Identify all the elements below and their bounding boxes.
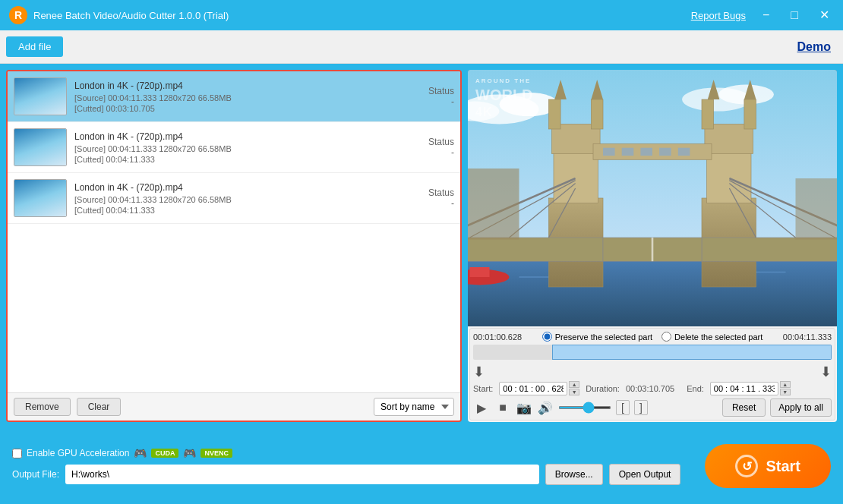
delete-radio[interactable] [661,332,671,342]
app-title: Renee Batch Video/Audio Cutter 1.0.0 (Tr… [33,10,229,21]
play-button[interactable]: ▶ [473,399,490,416]
svg-rect-45 [796,178,838,240]
minimize-button[interactable]: − [758,8,774,23]
start-icon: ↺ [735,455,758,477]
end-spin-up[interactable]: ▲ [780,381,791,388]
svg-rect-44 [468,169,519,240]
gpu-row: Enable GPU Acceleration 🎮 CUDA 🎮 NVENC [12,447,680,459]
preserve-label: Preserve the selected part [555,332,652,342]
titlebar-right: Report Bugs − □ ✕ [691,8,834,23]
svg-rect-14 [591,99,603,129]
output-path-input[interactable] [65,465,539,484]
duration-value: 00:03:10.705 [626,384,674,393]
video-background: AROUND THE WORLD 4K [468,70,837,326]
svg-rect-11 [554,149,598,203]
start-button[interactable]: ↺ Start [705,444,831,488]
marker-left[interactable]: ⬇ [473,364,485,380]
start-spin-buttons: ▲ ▼ [569,381,579,395]
add-file-button[interactable]: Add file [6,36,63,57]
apply-all-button[interactable]: Apply to all [770,398,832,417]
start-spin-up[interactable]: ▲ [569,381,579,388]
volume-button[interactable]: 🔊 [537,399,554,416]
file-info-0: London in 4K - (720p).mp4 [Source] 00:04… [74,80,401,113]
file-thumb-2 [14,179,67,217]
svg-rect-21 [744,99,756,129]
svg-rect-30 [468,238,603,261]
file-info-1: London in 4K - (720p).mp4 [Source] 00:04… [74,131,401,164]
reset-button[interactable]: Reset [722,398,766,417]
volume-slider[interactable] [558,406,611,409]
file-name-1: London in 4K - (720p).mp4 [74,131,401,142]
output-label: Output File: [12,469,59,480]
file-list-item-2[interactable]: London in 4K - (720p).mp4 [Source] 00:04… [8,173,460,224]
file-source-0: [Source] 00:04:11.333 1280x720 66.58MB [74,93,401,102]
file-list: London in 4K - (720p).mp4 [Source] 00:04… [8,71,460,392]
svg-rect-6 [468,257,837,326]
file-cutted-0: [Cutted] 00:03:10.705 [74,104,401,113]
file-status-label-1: Status [409,137,454,147]
sort-select[interactable]: Sort by name Sort by date Sort by size [374,398,454,416]
app-logo: R [9,6,27,24]
cuda-badge: CUDA [151,449,178,458]
end-spin-buttons: ▲ ▼ [780,381,791,395]
delete-radio-item[interactable]: Delete the selected part [661,332,762,342]
playback-row: ▶ ■ 📷 🔊 [ ] Reset Apply to all [473,398,832,417]
clear-button[interactable]: Clear [77,398,122,416]
end-time-input[interactable] [710,382,778,395]
preview-panel: AROUND THE WORLD 4K 00:01:00.628 Preserv… [468,70,837,422]
stop-button[interactable]: ■ [494,399,511,416]
file-name-0: London in 4K - (720p).mp4 [74,80,401,91]
close-button[interactable]: ✕ [815,8,834,23]
demo-label: Demo [797,40,831,54]
preserve-radio[interactable] [542,332,552,342]
mark-out-button[interactable]: ] [634,400,648,415]
file-status-2: Status - [409,187,454,209]
radio-group: Preserve the selected part Delete the se… [542,332,763,342]
time-row: 00:01:00.628 Preserve the selected part … [473,332,832,342]
svg-rect-26 [622,148,634,156]
mark-in-button[interactable]: [ [616,400,630,415]
remove-button[interactable]: Remove [14,398,71,416]
time-start-label: 00:01:00.628 [473,332,522,342]
maximize-button[interactable]: □ [786,8,803,23]
file-cutted-1: [Cutted] 00:04:11.333 [74,155,401,164]
file-status-value-1: - [409,147,454,158]
titlebar: R Renee Batch Video/Audio Cutter 1.0.0 (… [0,0,843,30]
start-input-label: Start: [473,384,493,393]
gpu-checkbox[interactable] [12,449,22,458]
screenshot-button[interactable]: 📷 [516,399,532,416]
duration-input-label: Duration: [586,384,620,393]
video-watermark: AROUND THE WORLD 4K [475,77,533,121]
toolbar: Add file Demo [0,30,843,64]
file-status-label-2: Status [409,187,454,198]
bottom-bar: Enable GPU Acceleration 🎮 CUDA 🎮 NVENC O… [0,428,843,504]
marker-right[interactable]: ⬇ [820,364,832,380]
time-end-label: 00:04:11.333 [783,332,832,342]
file-info-2: London in 4K - (720p).mp4 [Source] 00:04… [74,182,401,215]
svg-rect-25 [603,148,615,156]
end-spin-down[interactable]: ▼ [780,389,791,395]
report-bugs-link[interactable]: Report Bugs [691,10,746,21]
browse-button[interactable]: Browse... [545,464,603,485]
svg-rect-13 [549,99,561,129]
svg-rect-31 [702,238,837,261]
start-time-input[interactable] [499,382,567,395]
start-btn-label: Start [766,458,800,475]
file-thumb-1 [14,128,67,166]
controls-area: 00:01:00.628 Preserve the selected part … [469,328,835,421]
time-inputs-row: Start: ▲ ▼ Duration: 00:03:10.705 End: ▲… [473,381,832,395]
file-source-1: [Source] 00:04:11.333 1280x720 66.58MB [74,144,401,153]
file-list-item-1[interactable]: London in 4K - (720p).mp4 [Source] 00:04… [8,122,460,173]
timeline-bar[interactable] [473,345,832,360]
preserve-radio-item[interactable]: Preserve the selected part [542,332,652,342]
nvidia-logo2-icon: 🎮 [183,447,196,459]
nvidia-logo-icon: 🎮 [134,447,147,459]
open-output-button[interactable]: Open Output [609,464,681,485]
delete-label: Delete the selected part [674,332,762,342]
file-list-item-0[interactable]: London in 4K - (720p).mp4 [Source] 00:04… [8,71,460,122]
file-list-panel: London in 4K - (720p).mp4 [Source] 00:04… [6,70,462,422]
main-content: London in 4K - (720p).mp4 [Source] 00:04… [0,64,843,428]
nvenc-badge: NVENC [200,449,232,458]
timeline-selected-region [552,345,832,360]
start-spin-down[interactable]: ▼ [569,389,579,395]
